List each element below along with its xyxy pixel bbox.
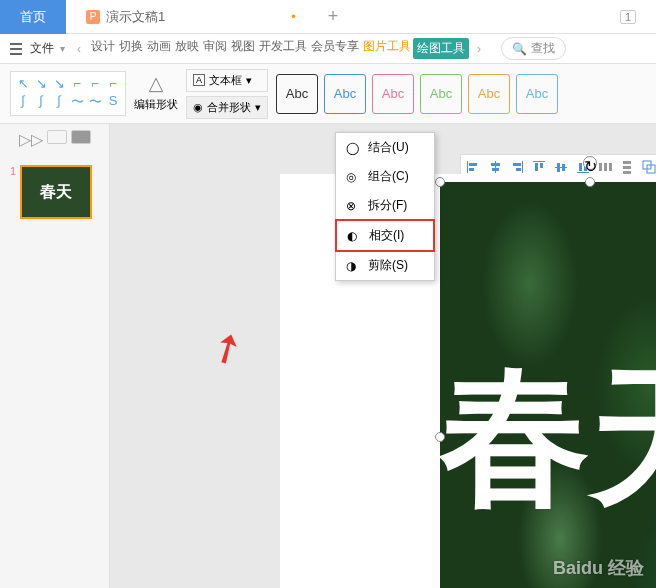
svg-rect-12 <box>555 167 567 168</box>
new-tab-button[interactable]: + <box>316 6 351 27</box>
line-shapes-gallery[interactable]: ↖↘↘⌐⌐⌐ ∫∫∫〜〜S <box>10 71 126 116</box>
intersect-icon: ◐ <box>347 229 361 243</box>
selected-image[interactable]: 春天 ↻ <box>440 182 656 588</box>
combine-item[interactable]: ◎组合(C) <box>336 162 434 191</box>
ribbon-tab-picture-tools[interactable]: 图片工具 <box>361 38 413 59</box>
chevron-down-icon: ▾ <box>255 101 261 114</box>
resize-handle[interactable] <box>435 177 445 187</box>
nav-prev[interactable]: ‹ <box>71 40 87 58</box>
svg-rect-13 <box>557 163 560 172</box>
slide-panel: ▷▷ 1 春天 <box>0 124 110 588</box>
subtract-icon: ◑ <box>346 259 360 273</box>
fragment-item[interactable]: ⊗拆分(F) <box>336 191 434 220</box>
merge-shape-button[interactable]: ◉ 合并形状 ▾ <box>186 96 268 119</box>
svg-rect-20 <box>609 163 612 171</box>
ribbon-tab[interactable]: 会员专享 <box>309 38 361 59</box>
combine-icon: ◎ <box>346 170 360 184</box>
search-label: 查找 <box>531 40 555 57</box>
align-left-icon[interactable] <box>465 159 481 175</box>
doc-title: 演示文稿1 <box>106 8 165 26</box>
svg-rect-6 <box>522 161 523 173</box>
text-box-label: 文本框 <box>209 73 242 88</box>
ribbon-tab[interactable]: 切换 <box>117 38 145 59</box>
thumbnail-view[interactable] <box>47 130 67 144</box>
text-box-button[interactable]: A 文本框 ▾ <box>186 69 268 92</box>
svg-rect-0 <box>467 161 468 173</box>
shape-style[interactable]: Abc <box>468 74 510 114</box>
svg-rect-22 <box>623 166 631 169</box>
resize-handle[interactable] <box>585 177 595 187</box>
chevron-down-icon: ▾ <box>246 74 252 87</box>
ribbon-tab[interactable]: 设计 <box>89 38 117 59</box>
shape-styles: Abc Abc Abc Abc Abc Abc <box>276 74 558 114</box>
thumbnail-preview: 春天 <box>20 165 92 219</box>
ribbon-tab-draw-tools[interactable]: 绘图工具 <box>413 38 469 59</box>
svg-rect-11 <box>540 163 543 168</box>
svg-rect-19 <box>604 163 607 171</box>
slide-number: 1 <box>10 165 16 219</box>
chevron-down-icon: ▾ <box>60 43 65 54</box>
ribbon-tab[interactable]: 审阅 <box>201 38 229 59</box>
file-menu[interactable]: 文件 <box>30 40 54 57</box>
hamburger-icon[interactable] <box>10 43 22 55</box>
subtract-item[interactable]: ◑剪除(S) <box>336 251 434 280</box>
svg-rect-14 <box>562 164 565 171</box>
ribbon-tabs: 设计 切换 动画 放映 审阅 视图 开发工具 会员专享 图片工具 绘图工具 <box>89 38 469 59</box>
distribute-h-icon[interactable] <box>597 159 613 175</box>
shape-style[interactable]: Abc <box>372 74 414 114</box>
distribute-v-icon[interactable] <box>619 159 635 175</box>
slide-text: 春天 <box>440 362 656 512</box>
rotation-handle[interactable]: ↻ <box>583 156 597 170</box>
union-item[interactable]: ◯结合(U) <box>336 133 434 162</box>
annotation-arrow: ➚ <box>201 319 253 376</box>
merge-shape-dropdown: ◯结合(U) ◎组合(C) ⊗拆分(F) ◐相交(I) ◑剪除(S) <box>335 132 435 281</box>
search-icon: 🔍 <box>512 42 527 56</box>
slide-view[interactable] <box>71 130 91 144</box>
svg-rect-5 <box>492 168 499 171</box>
nav-next[interactable]: › <box>471 40 487 58</box>
intersect-item[interactable]: ◐相交(I) <box>335 219 435 252</box>
shape-style[interactable]: Abc <box>276 74 318 114</box>
svg-rect-8 <box>516 168 521 171</box>
align-center-h-icon[interactable] <box>487 159 503 175</box>
svg-rect-1 <box>469 163 477 166</box>
svg-rect-10 <box>535 163 538 171</box>
union-icon: ◯ <box>346 141 360 155</box>
resize-handle[interactable] <box>435 432 445 442</box>
text-box-icon: A <box>193 74 205 86</box>
align-middle-icon[interactable] <box>553 159 569 175</box>
shape-style[interactable]: Abc <box>516 74 558 114</box>
svg-rect-2 <box>469 168 474 171</box>
svg-rect-9 <box>533 161 545 162</box>
edit-shape-icon <box>146 75 166 95</box>
tab-modified-dot: • <box>291 9 296 24</box>
watermark: Baidu 经验 <box>553 556 644 580</box>
canvas[interactable]: ◯结合(U) ◎组合(C) ⊗拆分(F) ◐相交(I) ◑剪除(S) ➚ 春天 … <box>110 124 656 588</box>
tab-home[interactable]: 首页 <box>0 0 66 34</box>
slide-thumbnail[interactable]: 1 春天 <box>10 165 99 219</box>
search-box[interactable]: 🔍 查找 <box>501 37 566 60</box>
fragment-icon: ⊗ <box>346 199 360 213</box>
edit-shape-button[interactable] <box>134 75 178 95</box>
svg-rect-16 <box>579 163 582 171</box>
ribbon-tab[interactable]: 开发工具 <box>257 38 309 59</box>
svg-rect-3 <box>495 161 496 173</box>
ribbon-tab[interactable]: 视图 <box>229 38 257 59</box>
svg-rect-7 <box>513 163 521 166</box>
svg-rect-4 <box>491 163 500 166</box>
merge-icon: ◉ <box>193 101 203 114</box>
align-right-icon[interactable] <box>509 159 525 175</box>
ribbon-tab[interactable]: 动画 <box>145 38 173 59</box>
svg-rect-21 <box>623 161 631 164</box>
align-top-icon[interactable] <box>531 159 547 175</box>
tab-document[interactable]: P 演示文稿1 • <box>66 0 316 34</box>
ppt-icon: P <box>86 10 100 24</box>
ribbon-tab[interactable]: 放映 <box>173 38 201 59</box>
shape-style[interactable]: Abc <box>420 74 462 114</box>
svg-rect-18 <box>599 163 602 171</box>
shape-style[interactable]: Abc <box>324 74 366 114</box>
group-icon[interactable] <box>641 159 656 175</box>
outline-view-icon[interactable]: ▷▷ <box>19 130 43 149</box>
window-number[interactable]: 1 <box>620 10 636 24</box>
merge-shape-label: 合并形状 <box>207 100 251 115</box>
